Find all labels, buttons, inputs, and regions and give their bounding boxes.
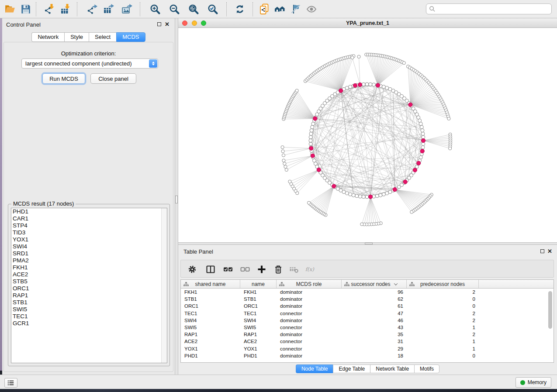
- mcds-hub-node[interactable]: [408, 103, 412, 107]
- mcds-hub-node[interactable]: [420, 149, 424, 153]
- ring-node[interactable]: [419, 155, 422, 159]
- result-node-item[interactable]: ORC1: [11, 285, 167, 292]
- splitter-handle[interactable]: [365, 243, 373, 244]
- export-network-button[interactable]: [86, 3, 99, 16]
- table-row[interactable]: RAP1RAP1dominator352: [181, 331, 554, 338]
- column-header-name[interactable]: name: [240, 280, 277, 288]
- ring-node[interactable]: [382, 193, 385, 196]
- first-neighbors-button[interactable]: [273, 3, 287, 16]
- ring-node[interactable]: [309, 139, 312, 142]
- column-header-predecessor-nodes[interactable]: predecessor nodes: [407, 280, 479, 288]
- result-node-item[interactable]: SWI5: [11, 306, 167, 313]
- leaf-node[interactable]: [360, 223, 363, 226]
- show-column-panel-button[interactable]: [205, 264, 216, 275]
- ring-node[interactable]: [362, 195, 365, 199]
- leaf-node[interactable]: [281, 150, 284, 153]
- ring-node[interactable]: [372, 83, 376, 86]
- mcds-hub-node[interactable]: [339, 89, 343, 93]
- import-network-button[interactable]: [43, 3, 56, 16]
- result-node-item[interactable]: STP4: [11, 222, 167, 229]
- zoom-fit-button[interactable]: [187, 3, 200, 16]
- leaf-node[interactable]: [449, 147, 452, 150]
- zoom-out-button[interactable]: [168, 3, 181, 16]
- leaf-node[interactable]: [410, 210, 413, 213]
- import-table-button[interactable]: [59, 3, 73, 16]
- run-mcds-button[interactable]: Run MCDS: [42, 73, 85, 84]
- ring-node[interactable]: [385, 192, 389, 195]
- search-input[interactable]: [437, 6, 549, 12]
- table-row[interactable]: YOX1YOX1connector291: [181, 345, 554, 352]
- table-row[interactable]: PHD1PHD1dominator180: [181, 352, 554, 359]
- result-node-item[interactable]: SRD1: [11, 250, 167, 257]
- table-row[interactable]: ORC1ORC1dominator610: [181, 303, 554, 309]
- float-window-icon[interactable]: [157, 22, 161, 26]
- close-panel-button[interactable]: Close panel: [90, 73, 136, 84]
- table-row[interactable]: TEC1TEC1connector472: [181, 310, 554, 317]
- ring-node[interactable]: [309, 132, 313, 135]
- select-all-button[interactable]: [222, 264, 234, 275]
- mcds-hub-node[interactable]: [403, 180, 407, 184]
- table-row[interactable]: STB1STB1dominator620: [181, 296, 554, 303]
- ring-node[interactable]: [311, 122, 315, 126]
- criterion-select[interactable]: largest connected component (undirected): [21, 58, 158, 69]
- leaf-node[interactable]: [281, 146, 284, 149]
- mcds-hub-node[interactable]: [353, 83, 357, 87]
- ring-node[interactable]: [379, 193, 382, 197]
- create-column-button[interactable]: [256, 264, 267, 275]
- ring-node[interactable]: [375, 194, 379, 198]
- result-list-scrollbar[interactable]: [161, 208, 167, 363]
- ring-node[interactable]: [310, 129, 313, 132]
- ring-node[interactable]: [421, 146, 425, 149]
- ring-node[interactable]: [312, 159, 316, 162]
- mcds-hub-node[interactable]: [309, 146, 313, 150]
- mcds-hub-node[interactable]: [369, 195, 373, 199]
- save-session-button[interactable]: [19, 3, 32, 16]
- mcds-hub-node[interactable]: [413, 168, 417, 172]
- mcds-hub-node[interactable]: [311, 154, 315, 158]
- task-history-button[interactable]: [4, 378, 17, 388]
- tab-network[interactable]: Network: [31, 32, 64, 42]
- ring-node[interactable]: [365, 83, 369, 86]
- ring-node[interactable]: [309, 142, 312, 146]
- delete-column-button[interactable]: [273, 264, 284, 275]
- delete-table-button-disabled[interactable]: [288, 264, 300, 275]
- open-file-button[interactable]: [3, 3, 17, 16]
- mcds-hub-node[interactable]: [376, 83, 380, 87]
- leaf-node[interactable]: [351, 56, 354, 59]
- tab-edge-table[interactable]: Edge Table: [333, 364, 370, 373]
- mcds-hub-node[interactable]: [393, 188, 397, 192]
- ring-node[interactable]: [420, 125, 423, 129]
- table-settings-button[interactable]: [187, 264, 198, 275]
- ring-node[interactable]: [309, 135, 312, 139]
- ring-node[interactable]: [349, 193, 352, 196]
- export-table-button[interactable]: [102, 3, 115, 16]
- ring-node[interactable]: [419, 122, 422, 126]
- ring-node[interactable]: [355, 194, 359, 198]
- table-row[interactable]: FKH1FKH1dominator962: [181, 289, 554, 296]
- column-header-MCDS-role[interactable]: MCDS role: [277, 280, 342, 288]
- ring-node[interactable]: [358, 195, 362, 198]
- mcds-hub-node[interactable]: [313, 117, 317, 120]
- memory-button[interactable]: Memory: [515, 377, 551, 388]
- ring-node[interactable]: [365, 195, 369, 199]
- zoom-selected-button[interactable]: [206, 3, 219, 16]
- result-node-item[interactable]: RAP1: [11, 292, 167, 299]
- table-scrollbar[interactable]: [548, 290, 553, 361]
- leaf-node[interactable]: [288, 180, 291, 183]
- splitter-handle[interactable]: [175, 196, 178, 203]
- scrollbar-thumb[interactable]: [548, 291, 552, 329]
- leaf-node[interactable]: [284, 165, 287, 168]
- close-icon[interactable]: ✕: [547, 248, 552, 254]
- function-builder-button-disabled[interactable]: f(x): [304, 264, 315, 275]
- vertical-splitter[interactable]: [175, 18, 178, 375]
- zoom-in-button[interactable]: [149, 3, 162, 16]
- ring-node[interactable]: [349, 85, 352, 89]
- leaf-node[interactable]: [402, 62, 405, 65]
- mcds-hub-node[interactable]: [417, 161, 421, 165]
- leaf-node[interactable]: [282, 154, 285, 157]
- show-all-button[interactable]: [305, 3, 318, 16]
- table-row[interactable]: ACE2ACE2connector311: [181, 338, 554, 345]
- tab-mcds[interactable]: MCDS: [116, 32, 145, 42]
- leaf-node[interactable]: [447, 117, 450, 120]
- leaf-node[interactable]: [357, 55, 360, 58]
